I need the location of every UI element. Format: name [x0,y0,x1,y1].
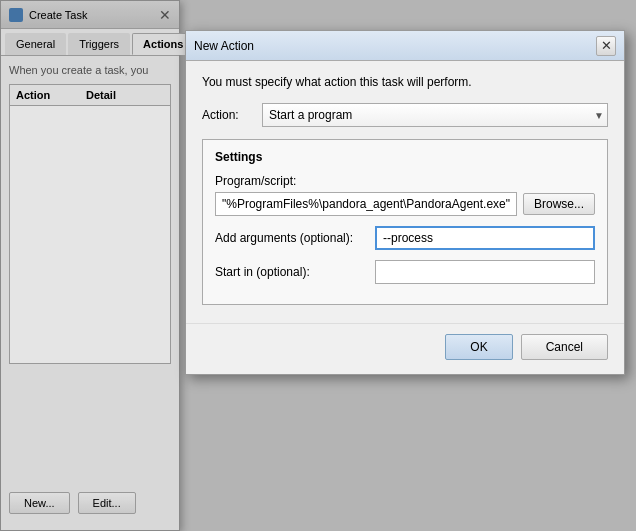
browse-button[interactable]: Browse... [523,193,595,215]
program-script-label: Program/script: [215,174,595,188]
action-label: Action: [202,108,262,122]
ok-button[interactable]: OK [445,334,512,360]
settings-title: Settings [215,150,595,164]
add-args-input[interactable] [375,226,595,250]
action-select-wrapper: Start a programSend an e-mail (deprecate… [262,103,608,127]
dialog-body: You must specify what action this task w… [186,61,624,319]
add-args-label: Add arguments (optional): [215,231,375,245]
program-script-row: Browse... [215,192,595,216]
start-in-label: Start in (optional): [215,265,375,279]
program-script-field: Program/script: Browse... [215,174,595,216]
action-field-row: Action: Start a programSend an e-mail (d… [202,103,608,127]
dialog-close-button[interactable]: ✕ [596,36,616,56]
settings-group: Settings Program/script: Browse... Add a… [202,139,608,305]
start-in-field: Start in (optional): [215,260,595,284]
add-args-field: Add arguments (optional): [215,226,595,250]
action-select[interactable]: Start a programSend an e-mail (deprecate… [262,103,608,127]
dialog-title: New Action [194,39,590,53]
new-action-dialog: New Action ✕ You must specify what actio… [185,30,625,375]
start-in-input[interactable] [375,260,595,284]
dialog-titlebar: New Action ✕ [186,31,624,61]
cancel-button[interactable]: Cancel [521,334,608,360]
program-script-input[interactable] [215,192,517,216]
dialog-info-text: You must specify what action this task w… [202,75,608,89]
dialog-footer: OK Cancel [186,323,624,374]
